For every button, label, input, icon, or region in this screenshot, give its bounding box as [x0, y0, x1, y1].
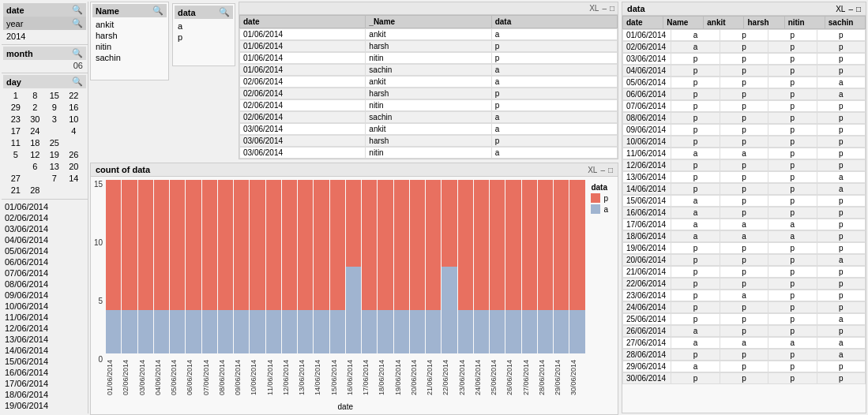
bar-p[interactable]: [569, 180, 584, 310]
day-cell[interactable]: 7: [45, 173, 64, 184]
bar-a[interactable]: [170, 310, 185, 353]
day-search-icon[interactable]: 🔍: [72, 77, 83, 87]
bar-a[interactable]: [505, 310, 520, 353]
date-list-item[interactable]: 20/06/2014: [5, 411, 85, 413]
middle-table-xl[interactable]: XL: [589, 4, 599, 13]
bar-p[interactable]: [298, 180, 313, 310]
bar-a[interactable]: [394, 310, 409, 353]
name-list-item[interactable]: nitin: [96, 41, 163, 52]
bar-p[interactable]: [362, 180, 377, 310]
name-list-item[interactable]: harsh: [96, 30, 163, 41]
bar-p[interactable]: [378, 180, 393, 310]
table-column-header[interactable]: _Name: [366, 16, 491, 28]
bar-a[interactable]: [218, 310, 233, 353]
day-cell[interactable]: 1: [6, 90, 25, 101]
data-list-item[interactable]: a: [178, 21, 230, 32]
bar-a[interactable]: [282, 310, 297, 353]
bar-p[interactable]: [458, 180, 473, 310]
right-maximize[interactable]: □: [856, 5, 861, 13]
day-cell[interactable]: 15: [45, 90, 64, 101]
bar-p[interactable]: [554, 180, 569, 310]
date-list-item[interactable]: 07/06/2014: [5, 267, 85, 279]
day-cell[interactable]: 5: [6, 149, 25, 160]
right-table-column-header[interactable]: harsh: [744, 17, 784, 29]
day-cell[interactable]: 23: [6, 114, 25, 125]
day-cell[interactable]: 24: [26, 125, 45, 136]
date-list-item[interactable]: 08/06/2014: [5, 279, 85, 290]
bar-p[interactable]: [394, 180, 409, 310]
bar-a[interactable]: [410, 310, 425, 353]
day-cell[interactable]: 16: [65, 102, 84, 113]
bar-a[interactable]: [426, 310, 441, 353]
bar-a[interactable]: [154, 310, 169, 353]
middle-table-maximize[interactable]: □: [610, 4, 614, 13]
bar-p[interactable]: [505, 180, 520, 310]
bar-a[interactable]: [234, 310, 249, 353]
bar-a[interactable]: [554, 310, 569, 353]
day-cell[interactable]: 30: [26, 114, 45, 125]
day-cell[interactable]: 20: [65, 161, 84, 172]
bar-p[interactable]: [314, 180, 329, 310]
bar-p[interactable]: [250, 180, 265, 310]
date-list-item[interactable]: 17/06/2014: [5, 378, 85, 389]
day-cell[interactable]: 12: [26, 149, 45, 160]
bar-a[interactable]: [186, 310, 201, 353]
chart-xl[interactable]: XL: [588, 166, 597, 174]
data-search-icon[interactable]: 🔍: [219, 7, 230, 17]
bar-p[interactable]: [106, 180, 121, 310]
bar-a[interactable]: [250, 310, 265, 353]
date-list-item[interactable]: 05/06/2014: [5, 245, 85, 256]
bar-p[interactable]: [122, 180, 137, 310]
day-cell[interactable]: 26: [65, 149, 84, 160]
date-list-item[interactable]: 15/06/2014: [5, 356, 85, 367]
bar-p[interactable]: [186, 180, 201, 310]
right-table-column-header[interactable]: Name: [663, 17, 704, 29]
day-cell[interactable]: 11: [6, 137, 25, 148]
date-list-item[interactable]: 16/06/2014: [5, 367, 85, 378]
name-search-icon[interactable]: 🔍: [152, 6, 163, 16]
day-cell[interactable]: 13: [45, 161, 64, 172]
bar-p[interactable]: [218, 180, 233, 310]
name-list-item[interactable]: ankit: [96, 19, 163, 30]
day-cell[interactable]: 19: [45, 149, 64, 160]
date-list-item[interactable]: 06/06/2014: [5, 256, 85, 267]
chart-minimize[interactable]: –: [600, 166, 605, 174]
day-cell[interactable]: 2: [26, 102, 45, 113]
day-cell[interactable]: 18: [26, 137, 45, 148]
bar-a[interactable]: [378, 310, 393, 353]
bar-a[interactable]: [538, 310, 553, 353]
bar-a[interactable]: [138, 310, 153, 353]
bar-a[interactable]: [122, 310, 137, 353]
day-cell[interactable]: 4: [65, 125, 84, 136]
day-cell[interactable]: 9: [45, 102, 64, 113]
bar-a[interactable]: [362, 310, 377, 353]
bar-a[interactable]: [569, 310, 584, 353]
middle-table-minimize[interactable]: –: [602, 4, 607, 13]
day-cell[interactable]: 14: [65, 173, 84, 184]
date-list-item[interactable]: 13/06/2014: [5, 334, 85, 345]
right-xl[interactable]: XL: [836, 5, 845, 13]
right-table-column-header[interactable]: nitin: [784, 17, 825, 29]
date-list-item[interactable]: 19/06/2014: [5, 400, 85, 411]
date-list-item[interactable]: 01/06/2014: [5, 201, 85, 212]
day-cell[interactable]: 8: [26, 90, 45, 101]
year-search-icon[interactable]: 🔍: [72, 18, 83, 28]
table-column-header[interactable]: data: [491, 16, 617, 28]
date-search-icon[interactable]: 🔍: [72, 5, 83, 15]
date-list-item[interactable]: 04/06/2014: [5, 234, 85, 245]
bar-a[interactable]: [266, 310, 281, 353]
right-table-column-header[interactable]: ankit: [704, 17, 744, 29]
date-list-item[interactable]: 14/06/2014: [5, 345, 85, 356]
day-cell[interactable]: 22: [65, 90, 84, 101]
day-cell[interactable]: 21: [6, 185, 25, 196]
bar-a[interactable]: [330, 310, 345, 353]
bar-a[interactable]: [314, 310, 329, 353]
bar-a[interactable]: [442, 267, 457, 353]
day-cell[interactable]: 6: [26, 161, 45, 172]
name-list-item[interactable]: sachin: [96, 52, 163, 63]
table-column-header[interactable]: date: [240, 16, 366, 28]
right-table-column-header[interactable]: sachin: [825, 17, 865, 29]
right-table-column-header[interactable]: date: [623, 17, 663, 29]
day-cell[interactable]: 10: [65, 114, 84, 125]
day-cell[interactable]: 29: [6, 102, 25, 113]
